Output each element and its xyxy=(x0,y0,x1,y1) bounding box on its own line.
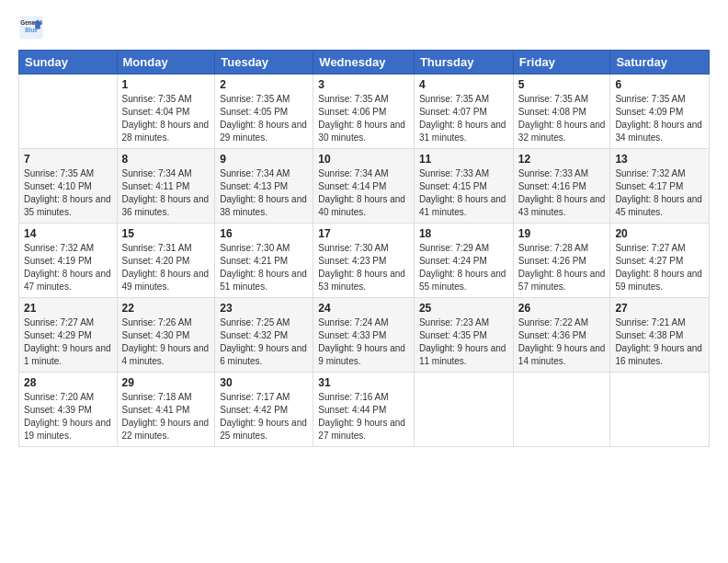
day-info: Sunrise: 7:24 AM Sunset: 4:33 PM Dayligh… xyxy=(318,316,409,368)
day-info: Sunrise: 7:20 AM Sunset: 4:39 PM Dayligh… xyxy=(24,391,112,442)
day-info: Sunrise: 7:35 AM Sunset: 4:04 PM Dayligh… xyxy=(122,93,210,144)
day-number: 9 xyxy=(220,153,308,166)
day-info: Sunrise: 7:21 AM Sunset: 4:38 PM Dayligh… xyxy=(615,316,704,368)
header-day-wednesday: Wednesday xyxy=(313,51,415,75)
day-info: Sunrise: 7:18 AM Sunset: 4:41 PM Dayligh… xyxy=(122,391,210,442)
day-number: 24 xyxy=(318,302,409,315)
week-row-1: 1Sunrise: 7:35 AM Sunset: 4:04 PM Daylig… xyxy=(19,75,710,149)
header-day-tuesday: Tuesday xyxy=(215,51,313,75)
day-cell: 20Sunrise: 7:27 AM Sunset: 4:27 PM Dayli… xyxy=(610,224,710,298)
day-number: 31 xyxy=(318,376,409,389)
day-info: Sunrise: 7:23 AM Sunset: 4:35 PM Dayligh… xyxy=(419,316,508,368)
day-info: Sunrise: 7:35 AM Sunset: 4:10 PM Dayligh… xyxy=(24,167,112,219)
day-cell: 7Sunrise: 7:35 AM Sunset: 4:10 PM Daylig… xyxy=(19,149,118,224)
day-info: Sunrise: 7:33 AM Sunset: 4:16 PM Dayligh… xyxy=(518,167,606,219)
day-cell: 27Sunrise: 7:21 AM Sunset: 4:38 PM Dayli… xyxy=(610,298,710,373)
day-info: Sunrise: 7:31 AM Sunset: 4:20 PM Dayligh… xyxy=(122,242,210,293)
day-number: 12 xyxy=(518,153,606,166)
header-row: SundayMondayTuesdayWednesdayThursdayFrid… xyxy=(19,51,710,75)
day-info: Sunrise: 7:27 AM Sunset: 4:29 PM Dayligh… xyxy=(24,316,112,368)
day-number: 18 xyxy=(419,227,508,240)
day-info: Sunrise: 7:35 AM Sunset: 4:06 PM Dayligh… xyxy=(318,93,409,144)
day-number: 2 xyxy=(220,78,308,91)
logo-icon: General Blue xyxy=(18,15,44,40)
day-info: Sunrise: 7:27 AM Sunset: 4:27 PM Dayligh… xyxy=(615,242,704,293)
day-cell: 10Sunrise: 7:34 AM Sunset: 4:14 PM Dayli… xyxy=(313,149,415,224)
day-number: 20 xyxy=(615,227,704,240)
calendar-table: SundayMondayTuesdayWednesdayThursdayFrid… xyxy=(18,50,710,447)
header-day-monday: Monday xyxy=(117,51,215,75)
day-cell: 14Sunrise: 7:32 AM Sunset: 4:19 PM Dayli… xyxy=(19,224,118,298)
day-info: Sunrise: 7:30 AM Sunset: 4:21 PM Dayligh… xyxy=(220,242,308,293)
day-cell: 23Sunrise: 7:25 AM Sunset: 4:32 PM Dayli… xyxy=(215,298,313,373)
day-number: 5 xyxy=(518,78,606,91)
day-info: Sunrise: 7:34 AM Sunset: 4:13 PM Dayligh… xyxy=(220,167,308,219)
day-cell: 18Sunrise: 7:29 AM Sunset: 4:24 PM Dayli… xyxy=(414,224,513,298)
day-cell: 29Sunrise: 7:18 AM Sunset: 4:41 PM Dayli… xyxy=(117,373,215,447)
day-info: Sunrise: 7:28 AM Sunset: 4:26 PM Dayligh… xyxy=(518,242,606,293)
day-cell: 28Sunrise: 7:20 AM Sunset: 4:39 PM Dayli… xyxy=(19,373,118,447)
day-number: 26 xyxy=(518,302,606,315)
header: General Blue xyxy=(18,15,710,40)
day-number: 23 xyxy=(220,302,308,315)
day-cell xyxy=(513,373,610,447)
day-info: Sunrise: 7:29 AM Sunset: 4:24 PM Dayligh… xyxy=(419,242,508,293)
day-cell: 16Sunrise: 7:30 AM Sunset: 4:21 PM Dayli… xyxy=(215,224,313,298)
week-row-3: 14Sunrise: 7:32 AM Sunset: 4:19 PM Dayli… xyxy=(19,224,710,298)
day-info: Sunrise: 7:35 AM Sunset: 4:07 PM Dayligh… xyxy=(419,93,508,144)
day-number: 8 xyxy=(122,153,210,166)
header-day-thursday: Thursday xyxy=(414,51,513,75)
day-cell xyxy=(414,373,513,447)
day-cell: 26Sunrise: 7:22 AM Sunset: 4:36 PM Dayli… xyxy=(513,298,610,373)
day-number: 25 xyxy=(419,302,508,315)
day-number: 27 xyxy=(615,302,704,315)
day-info: Sunrise: 7:35 AM Sunset: 4:05 PM Dayligh… xyxy=(220,93,308,144)
header-day-sunday: Sunday xyxy=(19,51,118,75)
day-cell: 15Sunrise: 7:31 AM Sunset: 4:20 PM Dayli… xyxy=(117,224,215,298)
day-cell: 6Sunrise: 7:35 AM Sunset: 4:09 PM Daylig… xyxy=(610,75,710,149)
day-number: 10 xyxy=(318,153,409,166)
day-cell: 30Sunrise: 7:17 AM Sunset: 4:42 PM Dayli… xyxy=(215,373,313,447)
day-cell: 5Sunrise: 7:35 AM Sunset: 4:08 PM Daylig… xyxy=(513,75,610,149)
day-number: 11 xyxy=(419,153,508,166)
day-number: 15 xyxy=(122,227,210,240)
day-info: Sunrise: 7:35 AM Sunset: 4:09 PM Dayligh… xyxy=(615,93,704,144)
day-cell: 1Sunrise: 7:35 AM Sunset: 4:04 PM Daylig… xyxy=(117,75,215,149)
week-row-5: 28Sunrise: 7:20 AM Sunset: 4:39 PM Dayli… xyxy=(19,373,710,447)
day-cell xyxy=(19,75,118,149)
day-cell: 8Sunrise: 7:34 AM Sunset: 4:11 PM Daylig… xyxy=(117,149,215,224)
day-cell: 19Sunrise: 7:28 AM Sunset: 4:26 PM Dayli… xyxy=(513,224,610,298)
day-info: Sunrise: 7:32 AM Sunset: 4:19 PM Dayligh… xyxy=(24,242,112,293)
day-info: Sunrise: 7:32 AM Sunset: 4:17 PM Dayligh… xyxy=(615,167,704,219)
day-cell: 12Sunrise: 7:33 AM Sunset: 4:16 PM Dayli… xyxy=(513,149,610,224)
day-cell: 17Sunrise: 7:30 AM Sunset: 4:23 PM Dayli… xyxy=(313,224,415,298)
day-info: Sunrise: 7:25 AM Sunset: 4:32 PM Dayligh… xyxy=(220,316,308,368)
day-info: Sunrise: 7:34 AM Sunset: 4:11 PM Dayligh… xyxy=(122,167,210,219)
day-number: 19 xyxy=(518,227,606,240)
day-info: Sunrise: 7:16 AM Sunset: 4:44 PM Dayligh… xyxy=(318,391,409,442)
day-number: 6 xyxy=(615,78,704,91)
day-number: 22 xyxy=(122,302,210,315)
day-cell: 11Sunrise: 7:33 AM Sunset: 4:15 PM Dayli… xyxy=(414,149,513,224)
week-row-2: 7Sunrise: 7:35 AM Sunset: 4:10 PM Daylig… xyxy=(19,149,710,224)
day-number: 1 xyxy=(122,78,210,91)
day-info: Sunrise: 7:30 AM Sunset: 4:23 PM Dayligh… xyxy=(318,242,409,293)
day-info: Sunrise: 7:34 AM Sunset: 4:14 PM Dayligh… xyxy=(318,167,409,219)
day-info: Sunrise: 7:17 AM Sunset: 4:42 PM Dayligh… xyxy=(220,391,308,442)
day-cell xyxy=(610,373,710,447)
day-number: 29 xyxy=(122,376,210,389)
day-cell: 4Sunrise: 7:35 AM Sunset: 4:07 PM Daylig… xyxy=(414,75,513,149)
day-cell: 22Sunrise: 7:26 AM Sunset: 4:30 PM Dayli… xyxy=(117,298,215,373)
day-info: Sunrise: 7:33 AM Sunset: 4:15 PM Dayligh… xyxy=(419,167,508,219)
day-number: 30 xyxy=(220,376,308,389)
day-cell: 9Sunrise: 7:34 AM Sunset: 4:13 PM Daylig… xyxy=(215,149,313,224)
header-day-friday: Friday xyxy=(513,51,610,75)
day-number: 7 xyxy=(24,153,112,166)
day-number: 28 xyxy=(24,376,112,389)
day-cell: 2Sunrise: 7:35 AM Sunset: 4:05 PM Daylig… xyxy=(215,75,313,149)
day-cell: 31Sunrise: 7:16 AM Sunset: 4:44 PM Dayli… xyxy=(313,373,415,447)
day-info: Sunrise: 7:22 AM Sunset: 4:36 PM Dayligh… xyxy=(518,316,606,368)
day-number: 13 xyxy=(615,153,704,166)
day-cell: 25Sunrise: 7:23 AM Sunset: 4:35 PM Dayli… xyxy=(414,298,513,373)
header-day-saturday: Saturday xyxy=(610,51,710,75)
